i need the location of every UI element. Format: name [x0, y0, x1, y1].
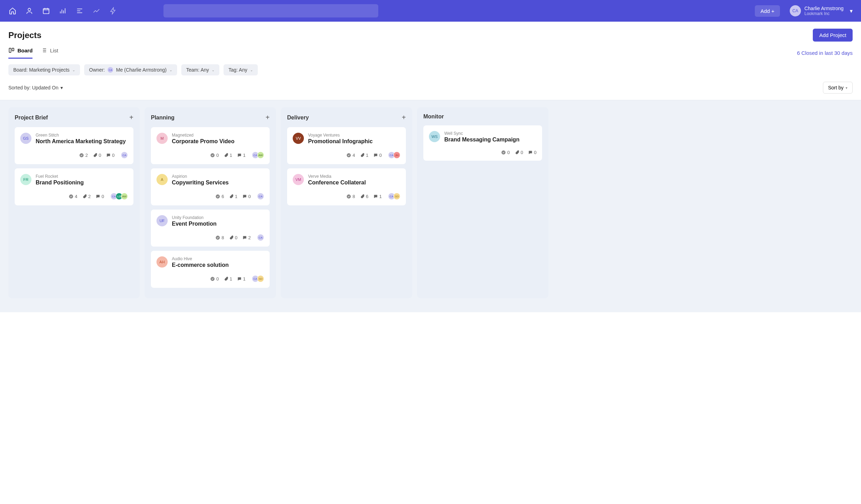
add-card-button[interactable]: +: [402, 114, 406, 122]
add-card-button[interactable]: +: [265, 114, 270, 122]
user-menu[interactable]: CA Charlie Armstrong Lookmark Inc ▾: [790, 5, 853, 16]
user-name: Charlie Armstrong: [804, 6, 844, 11]
card-client: Verve Media: [308, 174, 400, 179]
sort-by-button[interactable]: Sort by ▾: [823, 82, 853, 94]
filter-owner-label: Owner:: [89, 67, 105, 73]
client-avatar: VV: [293, 133, 304, 144]
assignee-list: CA: [257, 234, 264, 241]
column-title: Monitor: [423, 114, 444, 120]
svg-point-4: [80, 153, 83, 157]
svg-rect-3: [12, 48, 14, 51]
sorted-by-text: Sorted by: Updated On: [8, 85, 58, 90]
column-title: Project Brief: [15, 115, 48, 121]
card-title: Corporate Promo Video: [172, 138, 264, 145]
client-avatar: VM: [293, 174, 304, 185]
chevron-down-icon: ⌄: [169, 68, 172, 72]
client-avatar: GS: [20, 133, 31, 144]
comment-count: 0: [373, 153, 382, 158]
tab-list[interactable]: List: [41, 47, 58, 59]
board-column: Project Brief+ GS Green Stitch North Ame…: [8, 107, 140, 298]
add-project-button[interactable]: Add Project: [813, 29, 853, 42]
attachment-count: 1: [224, 276, 232, 282]
card-client: Aspirion: [172, 174, 264, 179]
comment-count: 1: [373, 194, 382, 199]
assignee-avatar: JH: [393, 152, 400, 159]
filter-owner[interactable]: Owner: CA Me (Charlie Armstrong) ⌄: [84, 64, 177, 75]
bolt-icon[interactable]: [109, 7, 117, 15]
card-title: Brand Messaging Campaign: [444, 137, 537, 143]
comment-count: 0: [96, 194, 104, 199]
add-card-button[interactable]: +: [129, 114, 133, 122]
filter-team[interactable]: Team: Any ⌄: [181, 64, 219, 75]
add-button[interactable]: Add +: [755, 5, 780, 17]
project-card[interactable]: M Magnetized Corporate Promo Video 0 1 1…: [151, 127, 270, 164]
home-icon[interactable]: [8, 7, 17, 15]
tab-board[interactable]: Board: [8, 47, 32, 59]
attachment-count: 6: [360, 194, 369, 199]
card-title: North America Marketing Strategy: [36, 138, 128, 145]
list-view-icon: [41, 47, 47, 53]
attachment-count: 0: [93, 153, 101, 158]
client-avatar: UF: [156, 215, 168, 226]
filter-board[interactable]: Board: Marketing Projects ⌄: [8, 64, 80, 75]
owner-avatar: CA: [108, 67, 113, 73]
board-column: Delivery+ VV Voyage Ventures Promotional…: [281, 107, 412, 298]
check-count: 0: [210, 276, 219, 282]
check-count: 2: [79, 153, 88, 158]
bar-chart-icon[interactable]: [59, 7, 67, 15]
card-client: Well Sync: [444, 131, 537, 136]
attachment-count: 0: [229, 235, 238, 240]
svg-point-7: [216, 195, 220, 198]
project-card[interactable]: GS Green Stitch North America Marketing …: [15, 127, 133, 164]
top-navbar: Add + CA Charlie Armstrong Lookmark Inc …: [0, 0, 861, 22]
comment-count: 0: [528, 150, 537, 155]
column-title: Delivery: [287, 115, 309, 121]
list-icon[interactable]: [75, 7, 84, 15]
chevron-down-icon: ▾: [850, 8, 853, 14]
project-card[interactable]: A Aspirion Copywriting Services 6 1 0 CA: [151, 168, 270, 205]
person-icon[interactable]: [25, 7, 34, 15]
check-count: 0: [501, 150, 510, 155]
filters-row: Board: Marketing Projects ⌄ Owner: CA Me…: [0, 59, 861, 75]
assignee-list: CASD: [252, 275, 264, 282]
user-avatar: CA: [790, 5, 801, 16]
project-card[interactable]: UF Unity Foundation Event Promotion 8 0 …: [151, 210, 270, 247]
chevron-down-icon: ⌄: [72, 68, 75, 72]
svg-rect-2: [9, 48, 11, 52]
project-card[interactable]: VM Verve Media Conference Collateral 8 6…: [287, 168, 406, 205]
closed-link[interactable]: 6 Closed in last 30 days: [797, 50, 853, 56]
caret-down-icon: ▾: [846, 86, 847, 90]
assignee-avatar: AW: [121, 193, 128, 200]
trend-icon[interactable]: [92, 7, 101, 15]
project-card[interactable]: WS Well Sync Brand Messaging Campaign 0 …: [423, 125, 542, 161]
filter-owner-value: Me (Charlie Armstrong): [116, 67, 167, 73]
filter-tag[interactable]: Tag: Any ⌄: [224, 64, 258, 75]
check-count: 8: [346, 194, 355, 199]
filter-team-label: Team: Any: [186, 67, 209, 73]
project-card[interactable]: AH Audio Hive E-commerce solution 0 1 1 …: [151, 251, 270, 288]
user-org: Lookmark Inc: [804, 11, 844, 16]
comment-count: 0: [242, 194, 251, 199]
view-tabs: Board List: [8, 47, 58, 59]
check-count: 4: [69, 194, 77, 199]
card-client: Unity Foundation: [172, 215, 264, 220]
attachment-count: 1: [229, 194, 238, 199]
card-client: Fuel Rocket: [36, 174, 128, 179]
client-avatar: AH: [156, 256, 168, 268]
card-title: Event Promotion: [172, 221, 264, 227]
check-count: 8: [216, 235, 224, 240]
tab-board-label: Board: [17, 48, 32, 53]
attachment-count: 2: [82, 194, 91, 199]
search-input[interactable]: [163, 4, 378, 17]
card-title: Brand Positioning: [36, 180, 128, 186]
project-card[interactable]: FR Fuel Rocket Brand Positioning 4 2 0 C…: [15, 168, 133, 205]
svg-point-8: [216, 236, 220, 240]
assignee-list: CA: [257, 193, 264, 200]
comment-count: 1: [237, 276, 246, 282]
project-card[interactable]: VV Voyage Ventures Promotional Infograph…: [287, 127, 406, 164]
attachment-count: 1: [224, 153, 232, 158]
svg-point-12: [502, 151, 505, 154]
attachment-count: 0: [515, 150, 523, 155]
calendar-icon[interactable]: [42, 7, 50, 15]
check-count: 6: [216, 194, 224, 199]
